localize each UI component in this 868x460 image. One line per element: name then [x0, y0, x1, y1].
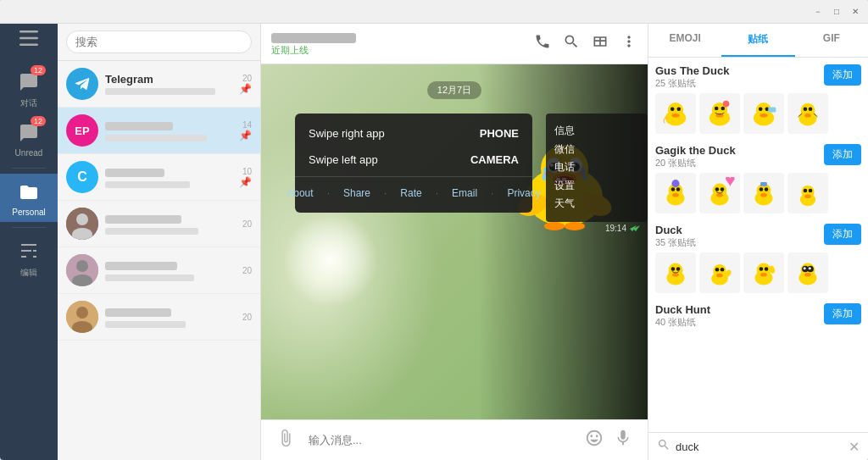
- sticker-search-icon: [657, 438, 670, 455]
- attach-icon[interactable]: [276, 429, 295, 452]
- sidebar-divider2: [12, 227, 46, 228]
- svg-point-95: [760, 273, 767, 277]
- svg-point-79: [804, 195, 811, 199]
- columns-icon[interactable]: [592, 33, 609, 54]
- pack-gus-add-button[interactable]: 添加: [824, 64, 861, 86]
- sticker-thumb-duck-1[interactable]: [655, 252, 696, 293]
- sidebar-item-personal[interactable]: Personal: [0, 174, 58, 222]
- svg-point-105: [809, 267, 811, 269]
- email-link[interactable]: Email: [452, 187, 477, 199]
- info-item-3: 电话: [554, 158, 639, 177]
- avatar-5: [66, 254, 98, 286]
- search-icon[interactable]: [563, 33, 580, 54]
- sticker-thumb-gus-2[interactable]: [699, 93, 740, 134]
- minimize-button[interactable]: －: [812, 6, 824, 18]
- svg-point-43: [715, 107, 719, 111]
- search-input[interactable]: [66, 30, 252, 53]
- sticker-thumb-duck-2[interactable]: [699, 252, 740, 293]
- sidebar-item-filter[interactable]: 编辑: [0, 233, 58, 284]
- sticker-search-clear-icon[interactable]: ✕: [849, 439, 860, 455]
- sticker-thumb-gagik-4[interactable]: [787, 173, 828, 213]
- sticker-thumb-gagik-1[interactable]: [655, 173, 696, 213]
- about-link[interactable]: About: [287, 187, 313, 199]
- c-preview: [105, 179, 236, 189]
- menu-icon[interactable]: [19, 30, 38, 50]
- chat-item-6[interactable]: 20: [58, 294, 260, 341]
- sidebar-item-unread[interactable]: 12 Unread: [0, 114, 58, 163]
- svg-rect-0: [19, 30, 38, 33]
- telegram-pin-icon: 📌: [239, 83, 252, 95]
- sidebar-item-chats[interactable]: 12 对话: [0, 64, 58, 114]
- pack-gagik-add-button[interactable]: 添加: [824, 144, 861, 165]
- message-input[interactable]: [300, 434, 580, 446]
- c-chat-info: [105, 166, 236, 189]
- sticker-thumb-gagik-3[interactable]: [743, 173, 784, 213]
- sticker-thumb-gus-4[interactable]: [787, 93, 828, 134]
- sticker-thumb-duck-3[interactable]: [743, 252, 784, 293]
- pack-duck-name: Duck: [655, 224, 696, 236]
- svg-point-86: [676, 267, 681, 271]
- pack-gagik-name: Gagik the Duck: [655, 144, 736, 157]
- pack-gus-header: Gus The Duck 25 张贴纸 添加: [655, 64, 861, 90]
- chat-item-4[interactable]: 20: [58, 201, 260, 247]
- svg-point-10: [76, 307, 88, 319]
- meta-4: 20: [242, 219, 252, 229]
- svg-point-81: [809, 189, 813, 193]
- sidebar-divider: [12, 168, 46, 169]
- dropdown-swipe-left[interactable]: Swipe left app CAMERA: [295, 147, 532, 173]
- sidebar-unread-label: Unread: [15, 148, 43, 158]
- mic-icon[interactable]: [614, 429, 632, 452]
- svg-point-69: [721, 187, 725, 191]
- chat-info-5: [105, 259, 239, 282]
- pack-duckhunt-add-button[interactable]: 添加: [824, 303, 861, 324]
- phone-icon[interactable]: [534, 33, 551, 54]
- sticker-thumb-gus-3[interactable]: [743, 93, 784, 134]
- sticker-search-input[interactable]: [670, 441, 849, 453]
- svg-text:♥: ♥: [725, 177, 736, 191]
- dropdown-swipe-right[interactable]: Swipe right app PHONE: [295, 120, 532, 147]
- chat-status: 近期上线: [271, 44, 534, 57]
- sidebar: 12 对话 12 Unread Personal: [0, 24, 58, 460]
- meta-5: 20: [242, 266, 252, 275]
- chat-item-c[interactable]: C 10 📌: [58, 154, 260, 201]
- sticker-thumb-duck-4[interactable]: [787, 252, 828, 293]
- sticker-thumb-gus-1[interactable]: [655, 93, 696, 134]
- ep-time: 14: [242, 120, 252, 130]
- more-icon[interactable]: [620, 33, 637, 54]
- dropdown-divider: [295, 176, 532, 177]
- svg-point-55: [804, 107, 808, 111]
- pack-gagik-header: Gagik the Duck 20 张贴纸 添加: [655, 144, 861, 169]
- maximize-button[interactable]: □: [831, 6, 843, 18]
- close-button[interactable]: ✕: [849, 6, 861, 18]
- swipe-left-value: CAMERA: [470, 153, 519, 166]
- personal-icon-wrap: [15, 179, 42, 206]
- svg-rect-1: [19, 37, 38, 40]
- chat-item-telegram[interactable]: Telegram 20 📌: [58, 61, 260, 108]
- emoji-icon[interactable]: [585, 429, 604, 452]
- ep-avatar: EP: [66, 114, 98, 147]
- info-item-2: 微信: [554, 141, 639, 159]
- c-avatar: C: [66, 161, 98, 193]
- sticker-thumb-gagik-2[interactable]: ♥: [699, 173, 740, 213]
- tab-gif[interactable]: GIF: [795, 24, 868, 57]
- svg-point-64: [671, 180, 679, 187]
- preview-5: [105, 272, 239, 282]
- pack-gus-info: Gus The Duck 25 张贴纸: [655, 64, 729, 90]
- chat-input-area: [261, 419, 648, 460]
- svg-point-91: [721, 268, 725, 272]
- telegram-time: 20: [242, 74, 252, 83]
- share-link[interactable]: Share: [343, 187, 370, 199]
- info-item-5: 天气: [554, 195, 639, 213]
- tab-stickers[interactable]: 贴纸: [721, 24, 794, 57]
- pack-gus-images: [655, 93, 861, 134]
- ep-chat-info: [105, 119, 236, 142]
- svg-point-104: [804, 267, 806, 269]
- pack-duck-add-button[interactable]: 添加: [824, 224, 861, 245]
- privacy-link[interactable]: Privacy: [507, 187, 540, 199]
- chat-item-ep[interactable]: EP 14 📌: [58, 108, 260, 154]
- chat-info-4: [105, 213, 239, 236]
- tab-emoji[interactable]: EMOJI: [648, 24, 721, 57]
- unread-icon-wrap: 12: [15, 119, 42, 147]
- chat-item-5[interactable]: 20: [58, 247, 260, 294]
- rate-link[interactable]: Rate: [400, 187, 421, 199]
